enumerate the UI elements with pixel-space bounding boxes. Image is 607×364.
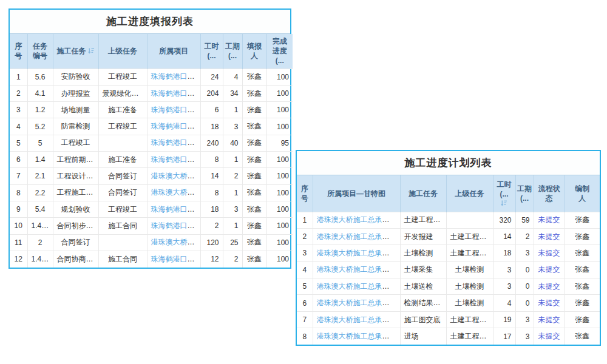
table-cell: 张鑫 [565,311,600,328]
sort-icon[interactable] [88,47,95,55]
project-link[interactable]: 珠海鹤港口建设 [151,255,201,263]
table-cell: 珠海鹤港口建设 [147,135,200,151]
project-link[interactable]: 港珠澳大桥施工总承包项目 [317,215,401,224]
table-cell: 12 [200,251,223,267]
column-header-7: 编制 人 [565,175,600,212]
cell-text: 土壤检测 [404,249,433,257]
cell-text: 施工准备 [108,106,137,114]
project-link[interactable]: 珠海鹤港口建设 [151,72,201,81]
table-cell: 4 [493,295,515,311]
cell-text: 0 [526,299,530,308]
cell-text: 土壤采集 [404,265,433,274]
cell-text: 1 [234,221,239,230]
cell-text: 25 [230,238,238,247]
project-link[interactable]: 珠海鹤港口建设 [151,138,201,147]
cell-text: 95 [281,139,289,147]
project-link[interactable]: 港珠澳大桥施... [151,238,201,246]
table-cell: 珠海鹤港口建设 [147,152,200,168]
table-cell: 景观绿化施工 [98,85,147,101]
table-cell: 17 [493,328,515,345]
table-cell: 40 [223,135,242,151]
status-link[interactable]: 未提交 [538,249,560,257]
table-cell: 8 [297,328,313,345]
table-cell: 2 [223,168,242,184]
project-link[interactable]: 港珠澳大桥施工总承包项目 [317,282,401,291]
cell-text: 安防验收 [61,72,90,81]
progress-report-panel: 施工进度填报列表 序 号任务 编号施工任务上级任务所属项目工时 (...工期 (… [8,8,291,269]
project-link[interactable]: 港珠澳大桥施工总承包项目 [317,315,401,324]
project-link[interactable]: 珠海鹤港口建设 [151,155,201,164]
table-cell: 珠海鹤港口建设 [147,218,200,234]
cell-text: 1 [234,189,239,197]
table-cell: 未提交 [534,278,565,295]
column-header-2: 施工任务 [400,175,446,212]
project-link[interactable]: 港珠澳大桥施... [151,188,201,197]
project-link[interactable]: 港珠澳大桥施... [151,172,201,180]
cell-text: 土壤检测 [455,265,484,274]
cell-text: 2.2 [35,189,46,197]
table-cell: 安防验收 [53,69,98,85]
column-header-4[interactable]: 工时 (... [493,175,515,212]
column-header-label: 施工任务 [409,189,438,198]
project-link[interactable]: 珠海鹤港口建设 [151,205,201,214]
cell-text: 检测结果存底 [404,298,447,307]
table-cell: 张鑫 [242,184,266,201]
table-cell: 8 [10,184,27,201]
cell-text: 100 [277,238,289,247]
project-link[interactable]: 珠海鹤港口建设 [151,106,201,114]
column-header-label: 工期 (... [517,184,532,203]
table-cell: 合同签订 [98,168,147,184]
project-link[interactable]: 港珠澳大桥施工总承包项目 [317,332,401,340]
table-cell: 未提交 [534,261,565,278]
table-row: 95.4规划验收工程竣工珠海鹤港口建设183张鑫100 [10,201,293,217]
cell-text: 6 [302,299,307,308]
table-cell: 未提交 [534,311,565,328]
table-cell: 未提交 [534,328,565,345]
cell-text: 18 [503,249,511,257]
table-row: 82.2工程施工合同合同签订港珠澳大桥施...81张鑫100 [10,184,293,201]
status-link[interactable]: 未提交 [538,332,560,340]
sort-icon[interactable] [495,200,514,207]
project-link[interactable]: 珠海鹤港口建设 [151,89,201,98]
status-link[interactable]: 未提交 [538,298,560,307]
table-cell: 5 [27,135,53,151]
cell-text: 14 [211,172,219,180]
status-link[interactable]: 未提交 [538,282,560,291]
project-link[interactable]: 港珠澳大桥施工总承包项目 [317,265,401,274]
cell-text: 场地测量 [61,106,90,114]
progress-plan-table: 序号所属项目—甘特图施工任务上级任务工时 (...工期 (...流程状态编制 人… [297,175,600,345]
table-cell: 12 [10,251,27,267]
status-link[interactable]: 未提交 [538,265,560,274]
table-row: 31.2场地测量施工准备珠海鹤港口建设61张鑫100 [10,102,293,118]
cell-text: 1 [302,216,307,224]
column-header-label: 流程状态 [538,184,560,203]
project-link[interactable]: 珠海鹤港口建设 [151,122,201,130]
project-link[interactable]: 港珠澳大桥施工总承包项目 [317,249,401,257]
cell-text: 100 [277,221,289,230]
table-cell: 土壤检测 [446,295,493,311]
table-cell: 204 [200,85,223,101]
column-header-2[interactable]: 施工任务 [53,34,98,69]
table-cell: 100 [266,168,293,184]
cell-text: 土壤检测 [455,282,484,291]
table-cell: 珠海鹤港口建设 [147,69,200,85]
cell-text: 8 [16,189,21,197]
cell-text: 张鑫 [247,205,262,214]
project-link[interactable]: 港珠澳大桥施工总承包项目 [317,298,401,307]
column-header-label: 所属项目—甘特图 [327,189,385,198]
cell-text: 张鑫 [247,172,262,180]
table-cell: 珠海鹤港口建设 [147,102,200,118]
table-cell: 19 [493,311,515,328]
table-row: 8港珠澳大桥施工总承包项目进场土建工程施工173未提交张鑫 [297,328,600,345]
cell-text: 100 [277,73,289,81]
project-link[interactable]: 珠海鹤港口建设 [151,221,201,230]
status-link[interactable]: 未提交 [538,232,560,241]
column-header-6: 流程状态 [534,175,565,212]
table-cell: 5.2 [27,118,53,135]
status-link[interactable]: 未提交 [538,315,560,324]
table-cell: 2 [223,251,242,267]
project-link[interactable]: 港珠澳大桥施工总承包项目 [317,232,401,241]
table-cell: 100 [266,69,293,85]
status-link[interactable]: 未提交 [538,215,560,224]
table-cell: 场地测量 [53,102,98,118]
